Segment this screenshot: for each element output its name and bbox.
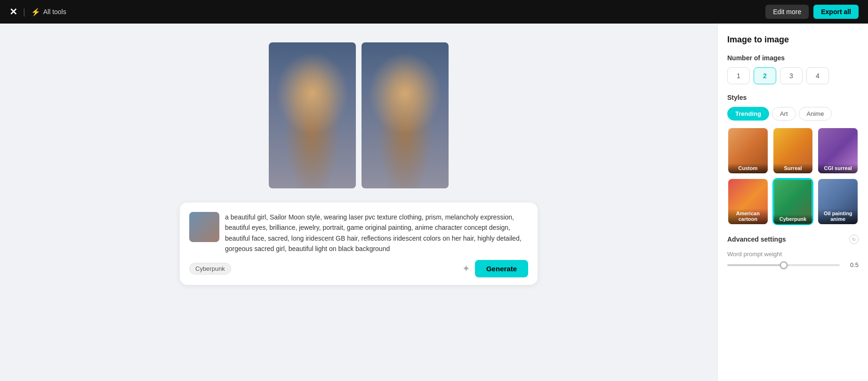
generated-image-2[interactable] <box>362 42 449 188</box>
style-card-cgi-surreal[interactable]: CGI surreal <box>817 127 859 174</box>
style-grid: Custom Surreal CGI surreal American cart… <box>727 127 859 225</box>
advanced-settings-toggle[interactable]: ↻ <box>849 235 859 244</box>
styles-tabs: Trending Art Anime <box>727 107 859 121</box>
style-label-cyberpunk: Cyberpunk <box>773 214 813 224</box>
advanced-settings-label: Advanced settings <box>727 235 786 243</box>
slider-track[interactable] <box>727 264 840 266</box>
generate-button[interactable]: Generate <box>475 260 528 277</box>
nav-divider: | <box>23 7 25 17</box>
num-btn-1[interactable]: 1 <box>727 67 750 84</box>
styles-label: Styles <box>727 94 859 101</box>
prompt-container: a beautiful girl, Sailor Moon style, wea… <box>180 203 538 285</box>
topnav: ✕ | ⚡ All tools Edit more Export all <box>0 0 868 24</box>
tools-icon: ⚡ <box>31 8 40 16</box>
style-label-american-cartoon: American cartoon <box>728 209 768 224</box>
sparkle-button[interactable]: ✦ <box>462 263 470 274</box>
panel-title: Image to image <box>727 35 859 45</box>
num-images-label: Number of images <box>727 54 859 62</box>
style-label-surreal: Surreal <box>773 163 813 173</box>
style-label-custom: Custom <box>728 163 768 173</box>
tab-anime[interactable]: Anime <box>799 107 832 121</box>
canvas-area: a beautiful girl, Sailor Moon style, wea… <box>0 24 717 381</box>
advanced-settings-header: Advanced settings ↻ <box>727 235 859 244</box>
generated-image-1[interactable] <box>269 42 356 188</box>
word-prompt-weight-label: Word prompt weight <box>727 251 859 258</box>
prompt-bottom-row: Cyberpunk ✦ Generate <box>189 260 528 277</box>
num-btn-3[interactable]: 3 <box>780 67 803 84</box>
logo-icon: ✕ <box>9 6 17 17</box>
generated-images-row <box>269 42 449 188</box>
style-card-custom[interactable]: Custom <box>727 127 769 174</box>
num-images-row: 1 2 3 4 <box>727 67 859 84</box>
style-card-cyberpunk[interactable]: Cyberpunk <box>772 178 814 225</box>
export-all-button[interactable]: Export all <box>813 5 859 19</box>
nav-right: Edit more Export all <box>765 5 859 19</box>
slider-row: 0.5 <box>727 261 859 268</box>
style-card-oil-painting-anime[interactable]: Oil painting anime <box>817 178 859 225</box>
prompt-actions: ✦ Generate <box>462 260 528 277</box>
style-card-surreal[interactable]: Surreal <box>772 127 814 174</box>
all-tools-label: All tools <box>43 8 66 16</box>
slider-value: 0.5 <box>845 261 859 268</box>
slider-thumb[interactable] <box>780 261 788 269</box>
num-btn-2[interactable]: 2 <box>754 67 776 84</box>
all-tools-button[interactable]: ⚡ All tools <box>31 8 66 16</box>
prompt-textarea[interactable]: a beautiful girl, Sailor Moon style, wea… <box>225 212 528 254</box>
slider-fill <box>727 264 784 266</box>
nav-left: ✕ | ⚡ All tools <box>9 6 66 17</box>
style-card-american-cartoon[interactable]: American cartoon <box>727 178 769 225</box>
num-btn-4[interactable]: 4 <box>806 67 829 84</box>
tab-art[interactable]: Art <box>772 107 796 121</box>
style-label-cgi-surreal: CGI surreal <box>818 163 858 173</box>
main-layout: a beautiful girl, Sailor Moon style, wea… <box>0 24 868 381</box>
edit-more-button[interactable]: Edit more <box>765 5 809 19</box>
portrait-overlay-2 <box>362 42 449 188</box>
active-style-tag[interactable]: Cyberpunk <box>189 263 231 275</box>
right-panel: Image to image Number of images 1 2 3 4 … <box>717 24 868 381</box>
style-label-oil-painting-anime: Oil painting anime <box>818 209 858 224</box>
portrait-overlay-1 <box>269 42 356 188</box>
tab-trending[interactable]: Trending <box>727 107 769 121</box>
prompt-input-row: a beautiful girl, Sailor Moon style, wea… <box>189 212 528 254</box>
source-image-thumbnail[interactable] <box>189 212 219 242</box>
